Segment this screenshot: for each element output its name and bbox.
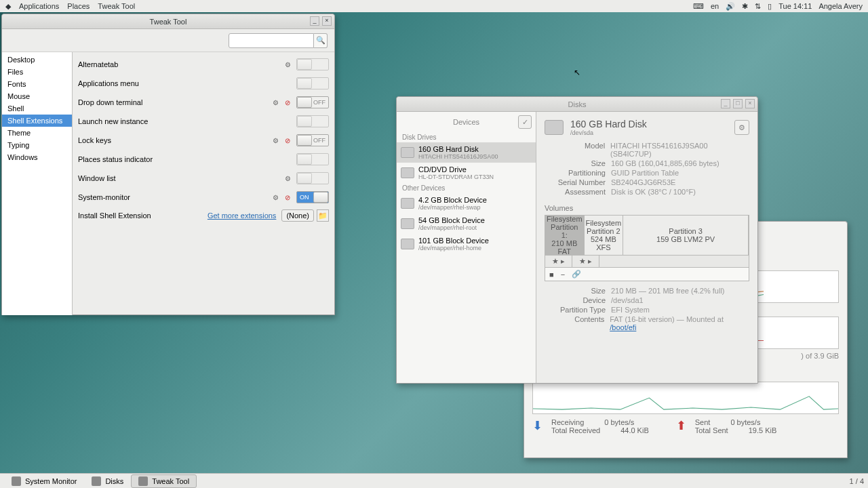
volume-partition[interactable]: Partition 3159 GB LVM2 PV <box>623 216 749 255</box>
drive-icon <box>401 167 414 178</box>
total-received-value: 44.0 KiB <box>620 426 649 434</box>
disk-title: 160 GB Hard Disk <box>570 119 647 129</box>
extension-name: Drop down terminal <box>78 98 271 106</box>
partition-nav-1[interactable]: ★ ▸ <box>545 256 572 267</box>
part-device-label: Device <box>545 296 606 304</box>
size-label: Size <box>545 159 606 167</box>
sidebar-item-theme[interactable]: Theme <box>2 127 72 139</box>
applications-menu[interactable]: Applications <box>19 2 59 10</box>
extension-toggle[interactable]: OFF <box>296 96 329 108</box>
prefs-icon[interactable]: ⚙ <box>283 60 292 69</box>
current-app-menu[interactable]: Tweak Tool <box>98 2 135 10</box>
drive-item[interactable]: CD/DVD DriveHL-DT-STDVDRAM GT33N <box>397 163 536 183</box>
prefs-icon[interactable]: ⚙ <box>271 136 280 145</box>
close-button[interactable]: × <box>322 16 332 26</box>
sidebar-item-windows[interactable]: Windows <box>2 151 72 163</box>
sidebar-item-mouse[interactable]: Mouse <box>2 90 72 102</box>
devices-check-button[interactable]: ✓ <box>518 115 532 129</box>
maximize-button[interactable]: □ <box>733 99 743 108</box>
minimize-button[interactable]: _ <box>310 16 319 26</box>
sidebar-item-desktop[interactable]: Desktop <box>2 54 72 66</box>
bottom-panel: System Monitor Disks Tweak Tool 1 / 4 <box>0 473 868 488</box>
receiving-label: Receiving <box>551 418 584 426</box>
block-device-item[interactable]: 54 GB Block Device/dev/mapper/rhel-root <box>397 214 536 234</box>
minimize-button[interactable]: _ <box>721 99 730 108</box>
keyboard-icon[interactable]: ⌨ <box>693 2 704 11</box>
sidebar-item-shell[interactable]: Shell <box>2 102 72 115</box>
activities-icon: ◆ <box>5 2 11 11</box>
system-monitor-icon <box>12 476 21 486</box>
bluetooth-icon[interactable]: ✱ <box>742 2 748 11</box>
task-disks[interactable]: Disks <box>84 474 131 488</box>
receiving-value: 0 bytes/s <box>604 418 634 426</box>
part-device-value: /dev/sda1 <box>611 296 644 304</box>
disk-settings-button[interactable]: ⚙ <box>734 120 749 135</box>
search-input[interactable] <box>229 33 314 48</box>
clock[interactable]: Tue 14:11 <box>778 2 812 10</box>
prefs-icon[interactable]: ⚙ <box>271 98 280 107</box>
task-tweak-tool[interactable]: Tweak Tool <box>131 474 197 488</box>
more-extensions-link[interactable]: Get more extensions <box>208 211 277 220</box>
lang-indicator[interactable]: en <box>711 2 719 10</box>
size-value: 160 GB (160,041,885,696 bytes) <box>611 159 719 167</box>
sidebar-item-shell-extensions[interactable]: Shell Extensions <box>2 115 72 127</box>
extension-row: Window list ⚙ <box>78 169 329 188</box>
partitioning-label: Partitioning <box>545 169 606 177</box>
network-icon[interactable]: ⇅ <box>755 2 761 11</box>
file-none-button[interactable]: (None) <box>281 209 314 222</box>
total-received-label: Total Received <box>551 426 600 434</box>
battery-icon[interactable]: ▯ <box>768 2 772 11</box>
extension-toggle[interactable]: OFF <box>296 134 329 146</box>
file-open-button[interactable]: 📁 <box>317 209 329 222</box>
drive-item[interactable]: 160 GB Hard DiskHITACHI HTS541616J9SA00 <box>397 142 536 163</box>
search-button[interactable]: 🔍 <box>314 33 328 48</box>
block-device-item[interactable]: 101 GB Block Device/dev/mapper/rhel-home <box>397 234 536 254</box>
partitioning-value: GUID Partition Table <box>611 169 679 177</box>
sidebar-item-fonts[interactable]: Fonts <box>2 78 72 90</box>
tweak-titlebar[interactable]: Tweak Tool _× <box>2 14 334 29</box>
drive-model: HITACHI HTS541616J9SA00 <box>418 153 498 160</box>
volume-partition[interactable]: FilesystemPartition 1:210 MB FAT <box>545 216 585 255</box>
extension-toggle[interactable]: ON <box>296 191 329 203</box>
tweak-title: Tweak Tool <box>150 18 187 26</box>
remove-icon[interactable]: ⊘ <box>283 136 292 145</box>
upload-icon: ⬆ <box>676 418 690 432</box>
extension-name: Places status indicator <box>78 155 292 163</box>
stop-button[interactable]: ■ <box>549 270 554 279</box>
remove-icon[interactable]: ⊘ <box>283 98 292 107</box>
workspace-indicator[interactable]: 1 / 4 <box>850 477 864 485</box>
disks-window[interactable]: Disks _□× Devices✓ Disk Drives 160 GB Ha… <box>396 96 758 384</box>
volume-partition[interactable]: FilesystemPartition 2524 MB XFS <box>585 216 624 255</box>
part-size-label: Size <box>545 287 606 295</box>
part-size-value: 210 MB — 201 MB free (4.2% full) <box>611 287 725 295</box>
block-device-item[interactable]: 4.2 GB Block Device/dev/mapper/rhel-swap <box>397 193 536 214</box>
minus-button[interactable]: − <box>561 270 565 279</box>
tweak-tool-window[interactable]: Tweak Tool _× 🔍 DesktopFilesFontsMouseSh… <box>1 14 335 315</box>
link-button[interactable]: 🔗 <box>572 270 581 279</box>
remove-icon[interactable]: ⊘ <box>283 192 292 202</box>
tweak-sidebar: DesktopFilesFontsMouseShellShell Extensi… <box>2 52 73 315</box>
extension-name: Alternatetab <box>78 60 283 68</box>
assessment-value: Disk is OK (38°C / 100°F) <box>611 188 696 196</box>
sidebar-item-files[interactable]: Files <box>2 66 72 78</box>
prefs-icon[interactable]: ⚙ <box>271 192 280 202</box>
sidebar-item-typing[interactable]: Typing <box>2 139 72 151</box>
volume-icon[interactable]: 🔊 <box>726 2 735 11</box>
block-icon <box>401 198 414 209</box>
device-path: /dev/mapper/rhel-home <box>418 245 489 251</box>
volumes-header: Volumes <box>545 204 749 212</box>
close-button[interactable]: × <box>745 99 755 108</box>
disks-titlebar[interactable]: Disks _□× <box>397 97 757 112</box>
partition-nav-2[interactable]: ★ ▸ <box>572 256 599 267</box>
disk-drives-section: Disk Drives <box>397 132 536 142</box>
part-type-label: Partition Type <box>545 306 606 314</box>
disks-title: Disks <box>568 100 587 108</box>
extension-row: System-monitor ⚙ ⊘ ON <box>78 188 329 207</box>
places-menu[interactable]: Places <box>67 2 90 10</box>
serial-value: SB2404GJG6R53E <box>611 178 675 186</box>
harddisk-icon <box>545 120 564 135</box>
user-menu[interactable]: Angela Avery <box>818 2 863 10</box>
task-system-monitor[interactable]: System Monitor <box>4 474 84 488</box>
mount-link[interactable]: /boot/efi <box>610 323 636 331</box>
prefs-icon[interactable]: ⚙ <box>283 174 292 183</box>
